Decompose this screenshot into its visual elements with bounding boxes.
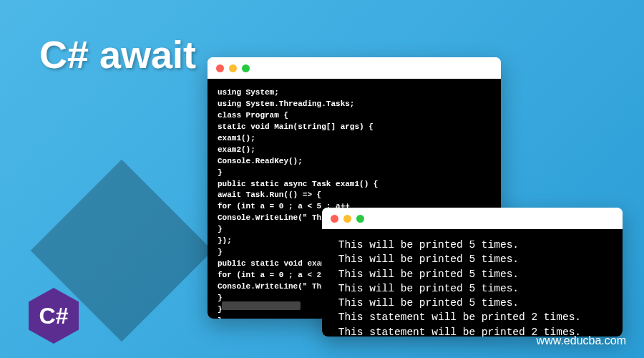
code-line: exam2();: [218, 145, 255, 154]
output-line: This will be printed 5 times.: [332, 253, 519, 265]
close-icon: [331, 215, 338, 223]
code-line: Console.WriteLine(" This: [218, 282, 331, 291]
output-line: This statement will be printed 2 times.: [332, 311, 581, 323]
logo-text: C#: [39, 303, 69, 329]
output-line: This will be printed 5 times.: [332, 283, 519, 294]
code-line: }: [218, 225, 223, 233]
output-line: This will be printed 5 times.: [332, 239, 519, 251]
code-line: Console.WriteLine(" This: [218, 213, 331, 222]
code-line: using System.Threading.Tasks;: [218, 100, 354, 108]
code-line: }: [218, 316, 223, 319]
output-line: This will be printed 5 times.: [332, 268, 519, 280]
window-titlebar: [322, 208, 623, 229]
minimize-icon: [343, 215, 351, 223]
page-title: C# await: [39, 32, 196, 77]
output-line: This will be printed 5 times.: [332, 297, 519, 309]
code-line: public static void exam2(: [218, 259, 336, 268]
code-line: }: [218, 248, 223, 256]
code-line: }: [218, 294, 223, 302]
close-icon: [216, 64, 224, 72]
output-window: This will be printed 5 times. This will …: [322, 208, 623, 337]
output-terminal: This will be printed 5 times. This will …: [322, 229, 623, 337]
maximize-icon: [242, 64, 250, 72]
code-line: Console.ReadKey();: [218, 157, 303, 165]
code-line: });: [218, 236, 232, 245]
code-line: exam1();: [218, 134, 255, 142]
code-line: }: [218, 168, 223, 177]
code-line: static void Main(string[] args) {: [218, 122, 374, 131]
code-line: class Program {: [218, 111, 288, 120]
scrollbar-thumb: [222, 301, 301, 310]
csharp-logo: C#: [29, 288, 79, 344]
website-url: www.educba.com: [537, 334, 626, 347]
code-line: await Task.Run(() => {: [218, 190, 321, 199]
maximize-icon: [356, 215, 364, 223]
minimize-icon: [229, 64, 237, 72]
hexagon-icon: C#: [29, 288, 79, 344]
code-line: using System;: [218, 88, 279, 97]
code-line: public static async Task exam1() {: [218, 180, 378, 188]
window-titlebar: [208, 57, 501, 79]
